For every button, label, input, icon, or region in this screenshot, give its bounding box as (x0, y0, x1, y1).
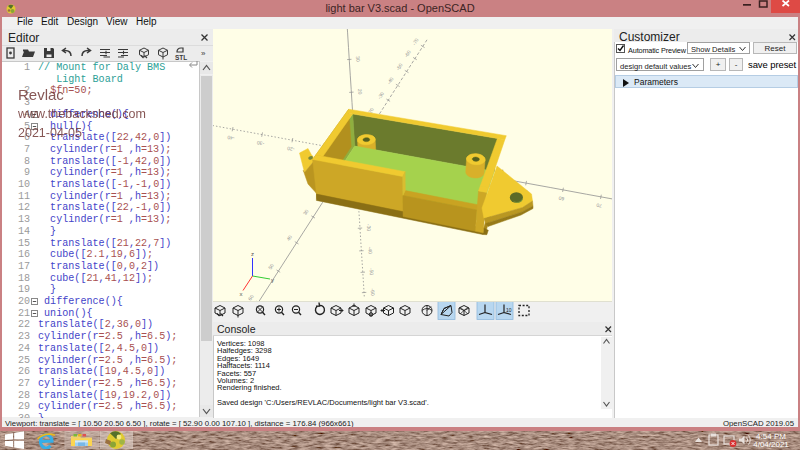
svg-text:-40: -40 (367, 246, 374, 254)
svg-text:-70: -70 (411, 37, 420, 47)
svg-text:STL: STL (175, 54, 187, 61)
svg-text:»: » (201, 49, 206, 58)
svg-text:-30: -30 (366, 224, 373, 232)
svg-text:10: 10 (506, 307, 512, 313)
svg-text:z: z (251, 251, 254, 257)
svg-text:70: 70 (596, 202, 603, 209)
svg-text:30: 30 (355, 56, 361, 62)
svg-text:-50: -50 (395, 62, 404, 72)
svg-text:40: 40 (285, 234, 293, 242)
svg-text:-60: -60 (370, 288, 377, 296)
svg-text:-30: -30 (376, 90, 385, 100)
svg-text:-30: -30 (256, 140, 264, 147)
svg-text:-60: -60 (403, 49, 412, 59)
svg-text:y: y (271, 277, 274, 283)
svg-text:-40: -40 (386, 76, 395, 86)
svg-text:30: 30 (302, 208, 310, 216)
svg-text:50: 50 (267, 262, 275, 270)
svg-text:x: x (240, 291, 243, 297)
svg-text:60: 60 (558, 195, 565, 202)
svg-text:-40: -40 (227, 134, 235, 141)
svg-text:-50: -50 (369, 268, 376, 276)
svg-text:20: 20 (357, 89, 363, 95)
svg-text:-20: -20 (286, 145, 294, 152)
